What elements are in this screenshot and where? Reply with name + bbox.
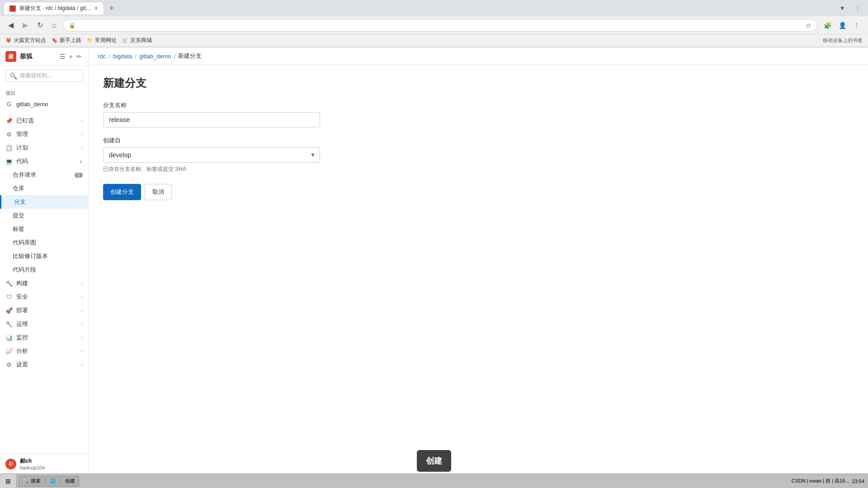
tab-favicon: G	[9, 5, 16, 12]
user-avatar: 郝	[5, 459, 16, 469]
create-tooltip: 创建	[417, 450, 451, 472]
breadcrumb-gitlabdemo[interactable]: gitlab_demo	[139, 53, 171, 60]
project-name: gitlab_demo	[16, 101, 83, 108]
cancel-button[interactable]: 取消	[145, 184, 172, 200]
branch-name-label: 分支名称	[103, 101, 463, 109]
sidebar-item-build[interactable]: 🔨 构建 ›	[0, 277, 88, 290]
sidebar-toggle-btn[interactable]: ☰	[59, 52, 66, 61]
settings-icon: ⚙	[5, 361, 13, 368]
sidebar-item-branches[interactable]: 分支	[0, 195, 88, 209]
search-icon: 🔍	[9, 72, 17, 80]
bookmarks-bar: 🦊 火狐官方站点 🔖 新手上路 📁 常用网址 🛒 京东商城 移动设备上的书签	[0, 34, 868, 47]
sidebar-item-commits[interactable]: 提交	[0, 209, 88, 222]
nav-bar: ◀ ▶ ↻ ⌂ 🔒 hadoop104/rdc/bigdata/gitlab_d…	[0, 16, 868, 34]
new-tab-btn[interactable]: +	[106, 4, 118, 13]
back-btn[interactable]: ◀	[5, 20, 16, 30]
tab-list-btn[interactable]: ⋮	[851, 4, 864, 13]
branch-name-input[interactable]	[103, 112, 320, 127]
tab-minimize-btn[interactable]: ▼	[835, 4, 849, 13]
taskbar-app-item[interactable]: 创建	[61, 476, 79, 487]
windows-icon: ⊞	[5, 478, 11, 485]
sidebar-item-repository[interactable]: 仓库	[0, 182, 88, 195]
plan-icon: 📋	[5, 144, 13, 151]
chevron-right-icon: ›	[81, 294, 83, 300]
active-tab[interactable]: G 新建分支 · rdc / bigdata / git... ✕	[4, 2, 104, 14]
address-input[interactable]: hadoop104/rdc/bigdata/gitlab_demo/-/bran…	[78, 22, 803, 28]
breadcrumb-bigdata[interactable]: bigdata	[113, 53, 132, 60]
mobile-bookmarks-label: 移动设备上的书签	[823, 37, 863, 44]
home-btn[interactable]: ⌂	[49, 20, 59, 30]
sidebar-item-settings[interactable]: ⚙ 设置 ›	[0, 358, 88, 371]
breadcrumb-rdc[interactable]: rdc	[98, 53, 106, 60]
sidebar-item-graph[interactable]: 代码库图	[0, 236, 88, 249]
create-from-select[interactable]: develop main master	[103, 147, 320, 163]
create-from-select-wrapper: develop main master ▼	[103, 147, 320, 163]
analytics-icon: 📈	[5, 347, 13, 355]
sidebar-item-admin[interactable]: ⚙ 管理 ›	[0, 127, 88, 141]
taskbar-tray: CSDN | ewan | 拼 | 高16... 23:54	[788, 478, 868, 484]
sidebar-item-project[interactable]: G gitlab_demo	[0, 98, 88, 110]
sidebar-item-pinned[interactable]: 📌 已钉选 ›	[0, 114, 88, 127]
bookmark-foxofficial[interactable]: 🦊 火狐官方站点	[5, 37, 46, 44]
breadcrumb-sep-1: /	[108, 53, 110, 60]
taskbar-search[interactable]: 🔍 搜索	[19, 476, 45, 487]
tab-controls: ▼ ⋮	[835, 4, 864, 13]
chevron-right-icon: ›	[81, 348, 83, 354]
sidebar-item-tags[interactable]: 标签	[0, 222, 88, 236]
tab-close-btn[interactable]: ✕	[94, 5, 98, 11]
sidebar-search[interactable]: 🔍 搜索或转到...	[0, 66, 88, 85]
sidebar-search-box[interactable]: 🔍 搜索或转到...	[5, 70, 83, 82]
bookmark-jd[interactable]: 🛒 京东商城	[122, 37, 152, 44]
nav-actions: 🧩 👤 ⋮	[821, 21, 863, 30]
sidebar-item-plan[interactable]: 📋 计划 ›	[0, 141, 88, 155]
main-content: rdc / bigdata / gitlab_demo / 新建分支 新建分支 …	[89, 47, 868, 474]
chevron-right-icon: ›	[81, 118, 83, 123]
taskbar-browser-item[interactable]: 🌐	[46, 476, 60, 487]
sidebar-header: 极 极狐 ☰ + ✏	[0, 47, 88, 66]
build-icon: 🔨	[5, 280, 13, 287]
sidebar-bottom: 郝 郝ch hadoop104	[0, 453, 88, 474]
page-title: 新建分支	[103, 76, 463, 90]
create-from-hint: 已存在分支名称、标签或提交 SHA	[103, 165, 463, 173]
chevron-right-icon: ›	[81, 131, 83, 137]
sidebar: 极 极狐 ☰ + ✏ 🔍 搜索或转到... 项目 G gitlab_demo 📌	[0, 47, 89, 474]
app-title: 极狐	[20, 52, 33, 61]
sidebar-edit-btn[interactable]: ✏	[75, 52, 83, 61]
breadcrumb-sep-3: /	[174, 53, 176, 60]
breadcrumb: rdc / bigdata / gitlab_demo / 新建分支	[89, 47, 868, 65]
sidebar-add-btn[interactable]: +	[68, 52, 74, 61]
project-icon: G	[5, 100, 13, 108]
sidebar-search-placeholder: 搜索或转到...	[20, 72, 52, 80]
sidebar-item-snippets[interactable]: 代码片段	[0, 263, 88, 277]
refresh-btn[interactable]: ↻	[34, 20, 46, 30]
security-icon: 🛡	[5, 293, 13, 300]
monitor-icon: 📊	[5, 334, 13, 341]
taskbar-start-btn[interactable]: ⊞	[0, 474, 17, 488]
sidebar-item-analytics[interactable]: 📈 分析 ›	[0, 344, 88, 358]
forward-btn[interactable]: ▶	[20, 20, 31, 30]
chevron-right-icon: ›	[81, 308, 83, 313]
sidebar-item-ops[interactable]: 🔧 运维 ›	[0, 317, 88, 331]
tab-bar: G 新建分支 · rdc / bigdata / git... ✕ + ▼ ⋮	[0, 0, 868, 16]
taskbar-browser-icon: 🌐	[50, 478, 56, 484]
chevron-right-icon: ›	[81, 362, 83, 367]
sidebar-actions: ☰ + ✏	[59, 52, 83, 61]
breadcrumb-sep-2: /	[135, 53, 137, 60]
user-display-name: 郝ch	[20, 457, 45, 465]
sidebar-item-merge-requests[interactable]: 合并请求 0	[0, 168, 88, 182]
profile-btn[interactable]: 👤	[836, 21, 849, 30]
sidebar-item-code[interactable]: 💻 代码 ∨	[0, 155, 88, 168]
user-username: hadoop104	[20, 465, 45, 470]
taskbar-time: 23:54	[852, 479, 864, 484]
extensions-btn[interactable]: 🧩	[821, 21, 834, 30]
bookmark-newuser[interactable]: 🔖 新手上路	[52, 37, 81, 44]
sidebar-item-compare[interactable]: 比较修订版本	[0, 249, 88, 263]
bookmark-commonurls[interactable]: 📁 常用网址	[87, 37, 117, 44]
address-bar[interactable]: 🔒 hadoop104/rdc/bigdata/gitlab_demo/-/br…	[63, 19, 817, 32]
sidebar-item-monitor[interactable]: 📊 监控 ›	[0, 331, 88, 344]
sidebar-item-security[interactable]: 🛡 安全 ›	[0, 290, 88, 304]
create-branch-button[interactable]: 创建分支	[103, 184, 141, 200]
menu-btn[interactable]: ⋮	[851, 21, 863, 30]
address-star-icon[interactable]: ☆	[806, 22, 811, 29]
sidebar-item-deploy[interactable]: 🚀 部署 ›	[0, 304, 88, 317]
